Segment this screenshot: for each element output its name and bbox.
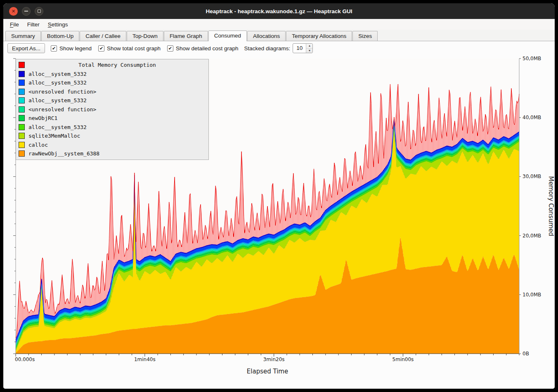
y-tick-label: 0B [523,351,529,357]
chart-panel: 00.000s1min40s3min20s5min00s0B10,0MB20,0… [3,55,555,389]
y-tick-label: 10,0MB [523,292,541,298]
y-axis-title: Memory Consumed [547,176,555,236]
window-close-button[interactable]: ✕ [9,7,18,16]
legend-label: rawNewObj__system_6388 [28,150,99,157]
window-title: Heaptrack - heaptrack.wakunode.1.gz — He… [206,8,352,14]
export-as-button[interactable]: Export As... [7,43,45,53]
stacked-diagrams-value: 10 [293,44,306,53]
legend-item-7: sqlite3MemMalloc [16,131,208,141]
window-minimize-button[interactable] [22,7,31,16]
tab-summary[interactable]: Summary [5,31,41,41]
stacked-diagrams-label: Stacked diagrams: [244,45,291,52]
x-axis-title: Elapsed Time [247,368,288,375]
legend-item-8: calloc [16,141,208,150]
legend-swatch [19,62,25,68]
legend-label: sqlite3MemMalloc [28,133,80,139]
legend-label: <unresolved function> [28,89,96,95]
y-tick-label: 50,0MB [523,56,541,61]
legend-title: Total Memory Consumption [28,62,206,68]
tab-sizes[interactable]: Sizes [352,31,378,41]
menu-bar: FileFilterSettings [3,19,555,30]
toolbar-checkboxes: ✔Show legend✔Show total cost graph✔Show … [51,45,239,52]
x-tick-label: 5min00s [392,357,414,362]
legend-item-6: alloc__system_5332 [16,123,208,132]
legend-header: Total Memory Consumption [16,61,208,70]
legend-label: alloc__system_5332 [28,80,87,86]
tab-caller-callee[interactable]: Caller / Callee [80,31,126,41]
y-tick-label: 20,0MB [523,233,541,239]
x-tick-label: 1min40s [134,357,156,362]
legend-label: alloc__system_5332 [28,97,87,103]
legend-swatch [19,71,25,77]
window-titlebar[interactable]: ✕ Heaptrack - heaptrack.wakunode.1.gz — … [3,3,555,19]
legend-swatch [19,150,25,157]
tab-bar: SummaryBottom-UpCaller / CalleeTop-DownF… [3,30,555,41]
tab-bottom-up[interactable]: Bottom-Up [41,31,80,41]
legend-item-5: newObjRC1 [16,114,208,123]
checkbox-label: Show total cost graph [107,45,161,52]
legend-swatch [19,142,25,148]
spinner-down-button[interactable]: ▼ [306,49,312,53]
toolbar: Export As... ✔Show legend✔Show total cos… [3,41,555,55]
legend-swatch [19,80,25,86]
checkbox-show-total-cost-graph[interactable]: ✔Show total cost graph [98,45,161,52]
x-tick-label: 00.000s [15,357,35,362]
legend-swatch [19,97,25,103]
checkbox-show-legend[interactable]: ✔Show legend [51,45,92,52]
legend-label: calloc [28,142,48,148]
tab-temporary-allocations[interactable]: Temporary Allocations [286,31,352,41]
spinner-up-button[interactable]: ▲ [306,44,312,49]
legend-swatch [19,106,25,113]
checkbox-label: Show legend [59,45,92,52]
checkbox-mark-icon: ✔ [51,45,57,52]
checkbox-show-detailed-cost-graph[interactable]: ✔Show detailed cost graph [167,45,239,52]
legend-item-4: <unresolved function> [16,105,208,114]
spinner-arrows: ▲ ▼ [306,44,312,53]
y-tick-label: 40,0MB [523,115,541,120]
window-controls: ✕ [9,3,43,19]
tab-top-down[interactable]: Top-Down [127,31,163,41]
menu-file[interactable]: File [6,20,23,29]
legend-item-0: alloc__system_5332 [16,70,208,79]
minimize-icon [24,11,28,12]
legend-label: alloc__system_5332 [28,124,87,130]
checkbox-mark-icon: ✔ [167,45,173,52]
tab-consumed[interactable]: Consumed [208,31,247,41]
desktop-background: ✕ Heaptrack - heaptrack.wakunode.1.gz — … [0,0,558,392]
legend-swatch [19,133,25,139]
legend-item-3: alloc__system_5332 [16,96,208,105]
legend-label: <unresolved function> [28,106,96,113]
checkbox-label: Show detailed cost graph [176,45,239,52]
checkbox-mark-icon: ✔ [98,45,104,52]
tab-allocations[interactable]: Allocations [247,31,286,41]
y-tick-label: 30,0MB [523,174,541,179]
legend-label: alloc__system_5332 [28,71,87,77]
legend-item-9: rawNewObj__system_6388 [16,149,208,158]
menu-filter[interactable]: Filter [23,20,44,29]
chart-legend: Total Memory Consumptionalloc__system_53… [16,59,209,160]
close-icon: ✕ [12,9,15,14]
legend-swatch [19,89,25,95]
legend-swatch [19,115,25,121]
x-tick-label: 3min20s [263,357,285,362]
legend-item-1: alloc__system_5332 [16,78,208,87]
legend-item-2: <unresolved function> [16,87,208,96]
stacked-diagrams-spinner[interactable]: 10 ▲ ▼ [293,43,313,53]
maximize-icon [38,9,41,13]
tab-flame-graph[interactable]: Flame Graph [164,31,208,41]
legend-swatch [19,124,25,130]
window-maximize-button[interactable] [35,7,43,16]
legend-label: newObjRC1 [28,115,57,121]
heaptrack-window: ✕ Heaptrack - heaptrack.wakunode.1.gz — … [3,3,555,389]
stacked-diagrams-control: Stacked diagrams: 10 ▲ ▼ [244,43,313,53]
menu-settings[interactable]: Settings [44,20,72,29]
